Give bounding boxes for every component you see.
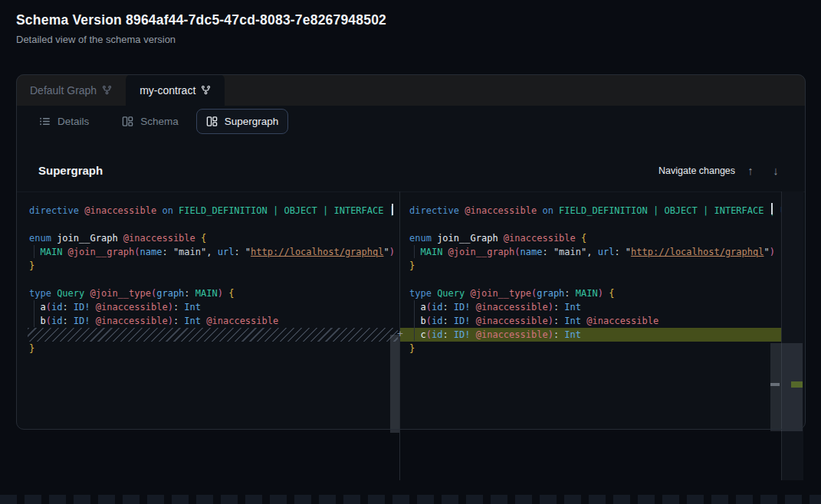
tab-schema[interactable]: Schema bbox=[112, 109, 189, 134]
clipped-text-pipe bbox=[771, 203, 773, 214]
code-token: @inaccessible bbox=[206, 316, 278, 326]
code-token: MAIN bbox=[420, 247, 442, 257]
page-subtitle: Detailed view of the schema version bbox=[16, 34, 176, 45]
code-token: ID! bbox=[74, 302, 90, 313]
code-token: : bbox=[442, 329, 453, 340]
code-token: OBJECT bbox=[284, 205, 317, 216]
code-token: ID! bbox=[454, 329, 471, 340]
code-token: on bbox=[162, 205, 172, 216]
code-token: } bbox=[409, 343, 415, 354]
code-token: on bbox=[542, 205, 553, 216]
code-token: @inaccessible bbox=[123, 233, 195, 244]
code-url-link[interactable]: http://localhost/graphql bbox=[631, 247, 764, 257]
graph-tabbar: Default Graph my-contract bbox=[16, 74, 806, 106]
diff-pane-original[interactable]: directive @inaccessible on FIELD_DEFINIT… bbox=[16, 192, 399, 481]
code-token: Int bbox=[564, 302, 581, 313]
code-line: } bbox=[409, 259, 781, 273]
code-token: type bbox=[409, 288, 432, 299]
code-token: : bbox=[234, 247, 245, 257]
code-line bbox=[409, 218, 781, 231]
code-url-link[interactable]: http://localhost/graphql bbox=[251, 247, 383, 257]
code-token: ) bbox=[770, 247, 775, 257]
code-token: : bbox=[162, 247, 172, 257]
navigate-next-change-button[interactable]: ↓ bbox=[767, 162, 784, 179]
code-token: , bbox=[586, 247, 597, 257]
code-token: @inaccessible bbox=[465, 205, 537, 216]
code-token bbox=[498, 233, 504, 244]
code-token: MAIN bbox=[40, 247, 62, 257]
diff-insert-marker: + bbox=[394, 327, 406, 341]
split-panels-icon bbox=[206, 116, 218, 127]
code-token bbox=[471, 329, 476, 340]
code-token: : bbox=[553, 329, 564, 340]
code-token: OBJECT bbox=[664, 205, 697, 216]
minimap[interactable] bbox=[781, 191, 803, 480]
code-line: b(id: ID! @inaccessible): Int @inaccessi… bbox=[29, 314, 399, 328]
indent-guide bbox=[34, 245, 34, 258]
code-line: MAIN @join__graph(name: "main", url: "ht… bbox=[409, 245, 781, 259]
tab-my-contract[interactable]: my-contract bbox=[126, 74, 225, 106]
code-token: ID! bbox=[454, 316, 471, 326]
code-token bbox=[84, 288, 90, 299]
indent-guide bbox=[414, 300, 415, 341]
navigate-previous-change-button[interactable]: ↑ bbox=[742, 162, 759, 179]
code-token: @join__type bbox=[90, 288, 151, 299]
code-token: a bbox=[420, 302, 425, 313]
code-token bbox=[576, 233, 581, 244]
code-token: "main" bbox=[173, 247, 206, 257]
code-token: graph bbox=[537, 288, 564, 299]
list-icon bbox=[39, 116, 51, 127]
tab-details[interactable]: Details bbox=[29, 109, 99, 134]
code-token: ) bbox=[598, 288, 603, 299]
code-line: MAIN @join__graph(name: "main", url: "ht… bbox=[29, 245, 399, 259]
code-line bbox=[29, 218, 399, 231]
page-title: Schema Version 8964af44-7dc5-47cd-8083-7… bbox=[16, 12, 386, 28]
code-token: : bbox=[62, 302, 73, 313]
code-token bbox=[317, 205, 323, 216]
tab-default-graph[interactable]: Default Graph bbox=[16, 74, 126, 106]
code-token: ) bbox=[389, 247, 395, 257]
code-token: ID! bbox=[454, 302, 471, 313]
code-line: b(id: ID! @inaccessible): Int @inaccessi… bbox=[409, 314, 781, 328]
code-token: @inaccessible bbox=[96, 316, 168, 326]
code-token: ( bbox=[426, 316, 432, 326]
code-token: @join__graph bbox=[68, 247, 135, 257]
code-token: @inaccessible bbox=[504, 233, 576, 244]
code-token: , bbox=[206, 247, 217, 257]
code-token: enum bbox=[409, 233, 432, 244]
diff-placeholder-row bbox=[28, 328, 398, 342]
code-token: ) bbox=[548, 329, 553, 340]
code-token bbox=[409, 302, 420, 313]
code-token: @inaccessible bbox=[476, 329, 548, 340]
indent-guide bbox=[414, 245, 415, 258]
code-token bbox=[90, 302, 96, 313]
code-token: @join__graph bbox=[448, 247, 515, 257]
code-token: type bbox=[29, 288, 51, 299]
code-token: id bbox=[432, 302, 442, 313]
code-token: " bbox=[764, 247, 769, 257]
code-token: Int bbox=[564, 316, 581, 326]
code-token: ) bbox=[218, 288, 223, 299]
code-token: id bbox=[51, 316, 62, 326]
code-token: enum bbox=[29, 233, 51, 244]
code-token: ) bbox=[168, 302, 173, 313]
code-token: : bbox=[614, 247, 625, 257]
code-token bbox=[471, 316, 476, 326]
code-token: ( bbox=[134, 247, 140, 257]
section-title: Supergraph bbox=[38, 164, 103, 177]
code-token: : bbox=[553, 302, 564, 313]
code-token: ) bbox=[548, 316, 553, 326]
diff-pane-modified[interactable]: directive @inaccessible on FIELD_DEFINIT… bbox=[400, 192, 781, 481]
code-line: directive @inaccessible on FIELD_DEFINIT… bbox=[409, 204, 781, 218]
tab-supergraph[interactable]: Supergraph bbox=[196, 109, 289, 134]
code-line: enum join__Graph @inaccessible { bbox=[29, 231, 399, 245]
view-tabbar: Details Schema Supergraph bbox=[16, 106, 806, 137]
code-line: } bbox=[29, 259, 399, 273]
code-token bbox=[29, 302, 40, 313]
code-token: INTERFACE bbox=[333, 205, 383, 216]
tab-supergraph-label: Supergraph bbox=[225, 116, 279, 127]
code-token: } bbox=[409, 260, 415, 271]
code-token: ( bbox=[514, 247, 520, 257]
fork-icon bbox=[102, 85, 112, 95]
left-pane-scrollbar-thumb[interactable] bbox=[390, 335, 399, 433]
